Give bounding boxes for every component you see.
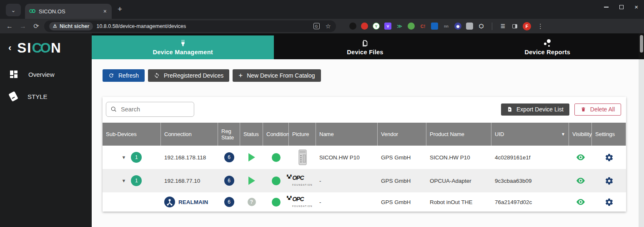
maximize-button[interactable]: [619, 5, 624, 9]
visibility-toggle[interactable]: [569, 192, 592, 212]
col-header-settings[interactable]: Settings: [592, 123, 626, 146]
address-bar[interactable]: ⚠ Nicht sicher 10.8.0.58/device-manageme…: [44, 20, 336, 32]
browser-tab[interactable]: SICON.OS ×: [25, 4, 112, 19]
eye-icon: [576, 197, 586, 207]
security-chip[interactable]: ⚠ Nicht sicher: [49, 22, 93, 30]
col-header-sub-devices[interactable]: Sub-Devices: [103, 123, 161, 146]
extension-icon-nn[interactable]: nn: [443, 23, 450, 30]
back-icon[interactable]: ←: [4, 23, 15, 30]
col-header-vendor[interactable]: Vendor: [378, 123, 426, 146]
search-box[interactable]: [106, 102, 194, 117]
extensions-puzzle-icon[interactable]: ⬡: [478, 23, 485, 30]
table-cell-name: -: [316, 169, 378, 192]
col-header-uid[interactable]: UID▼: [491, 123, 569, 146]
sidebar-collapse-icon[interactable]: ‹: [8, 43, 11, 53]
col-header-status[interactable]: Status: [240, 123, 263, 146]
tab-close-icon[interactable]: ×: [103, 8, 108, 15]
extension-icon-y[interactable]: Y: [373, 23, 380, 30]
table-cell-picture: ▚▞OPCFOUNDATION: [289, 192, 316, 212]
table-cell-status: ?: [240, 192, 263, 212]
extension-icon-c[interactable]: C!: [419, 23, 426, 30]
media-playlist-icon[interactable]: ☰: [499, 23, 506, 30]
table-cell-uid: 76a21497d02c: [491, 192, 569, 212]
realmain-subdevice[interactable]: REALMAIN: [164, 197, 208, 207]
export-device-list-button[interactable]: Export Device List: [501, 103, 569, 116]
tab-label: Device Files: [347, 49, 383, 55]
tab-device-files[interactable]: Device Files: [274, 35, 456, 59]
sidebar-item-overview[interactable]: Overview: [0, 63, 92, 85]
sidebar-item-style[interactable]: STYLE: [0, 85, 92, 108]
subdevice-name: REALMAIN: [178, 199, 208, 205]
browser-navbar: ← → ⟳ ⚠ Nicht sicher 10.8.0.58/device-ma…: [0, 19, 644, 33]
expand-caret-icon[interactable]: ▼: [122, 178, 126, 183]
settings-button[interactable]: [592, 169, 626, 192]
extension-icon-adblock[interactable]: [361, 23, 368, 30]
new-device-from-catalog-button[interactable]: + New Device From Catalog: [233, 69, 321, 82]
extension-icon-v[interactable]: V: [384, 23, 391, 30]
search-input[interactable]: [121, 106, 183, 113]
settings-button[interactable]: [592, 146, 626, 169]
col-header-condition[interactable]: Condition: [263, 123, 289, 146]
extension-icon-bug[interactable]: [408, 23, 415, 30]
col-header-product-name[interactable]: Product Name: [426, 123, 491, 146]
page-scrollbar[interactable]: [639, 33, 644, 227]
expand-caret-icon[interactable]: ▼: [122, 155, 126, 160]
extension-icon-chevrons[interactable]: ≫: [396, 23, 403, 30]
col-header-name[interactable]: Name: [316, 123, 378, 146]
scrollbar-thumb[interactable]: [640, 35, 643, 53]
url-text[interactable]: 10.8.0.58/device-management/devices: [96, 23, 310, 29]
running-status-icon: [248, 153, 255, 161]
browser-menu-icon[interactable]: ⋮: [537, 23, 544, 30]
new-tab-button[interactable]: +: [118, 5, 122, 14]
tab-device-reports[interactable]: Device Reports: [456, 35, 639, 59]
close-button[interactable]: ×: [634, 5, 638, 9]
translate-icon[interactable]: G: [313, 23, 320, 29]
toolbar-separator: [492, 23, 492, 30]
side-panel-icon[interactable]: [511, 23, 518, 30]
extension-icon-shield[interactable]: [466, 23, 473, 30]
settings-button[interactable]: [592, 192, 626, 212]
device-photo: [297, 149, 308, 166]
delete-all-button[interactable]: Delete All: [574, 103, 621, 116]
col-header-connection[interactable]: Connection: [161, 123, 218, 146]
reg-state-badge: 6: [224, 152, 234, 162]
table-row-1-subdevices[interactable]: ▼1: [103, 146, 161, 169]
reload-icon[interactable]: ⟳: [31, 22, 42, 30]
preregistered-devices-button[interactable]: PreRegistered Devices: [148, 69, 229, 82]
table-cell-name: SICON.HW P10: [316, 146, 378, 169]
forward-icon[interactable]: →: [18, 23, 28, 30]
table-cell-vendor: GPS GmbH: [378, 192, 426, 212]
new-device-label: New Device From Catalog: [247, 72, 315, 79]
browser-titlebar: ⌄ SICON.OS × + ×: [0, 0, 644, 19]
col-header-visibility[interactable]: Visibility: [569, 123, 592, 146]
extension-icon-blue[interactable]: [431, 23, 438, 30]
search-icon: [110, 106, 117, 113]
app-tab-bar: Device Management Device Files Device Re…: [92, 33, 639, 59]
dashboard-icon: [10, 71, 18, 78]
table-row-2-subdevices[interactable]: ▼1: [103, 169, 161, 192]
sync-icon: [154, 73, 160, 78]
extension-icon-eye[interactable]: ◉: [454, 23, 461, 30]
plug-icon: [179, 39, 187, 47]
visibility-toggle[interactable]: [569, 146, 592, 169]
table-cell-condition: [263, 146, 289, 169]
refresh-icon: [108, 73, 114, 78]
col-header-reg-state[interactable]: Reg State: [218, 123, 240, 146]
tab-search-button[interactable]: ⌄: [6, 4, 21, 16]
visibility-toggle[interactable]: [569, 169, 592, 192]
reg-state-badge: 6: [224, 176, 234, 186]
tab-label: Device Management: [153, 49, 213, 55]
table-cell-uid: 9c3cbaa63b09: [491, 169, 569, 192]
refresh-button[interactable]: Refresh: [103, 69, 145, 82]
tab-device-management[interactable]: Device Management: [92, 35, 274, 59]
delete-all-label: Delete All: [590, 106, 615, 113]
minimize-button[interactable]: [604, 7, 609, 8]
unknown-status-icon: ?: [248, 198, 256, 206]
sort-arrow-icon[interactable]: ▼: [561, 132, 565, 136]
extension-icon-dark[interactable]: [349, 23, 356, 30]
bookmark-star-icon[interactable]: ☆: [326, 23, 331, 30]
col-header-picture[interactable]: Picture: [289, 123, 316, 146]
browser-window: ⌄ SICON.OS × + × ← → ⟳ ⚠ Nicht sicher 10…: [0, 0, 644, 227]
profile-avatar[interactable]: F: [523, 22, 531, 30]
preregistered-label: PreRegistered Devices: [164, 72, 223, 79]
